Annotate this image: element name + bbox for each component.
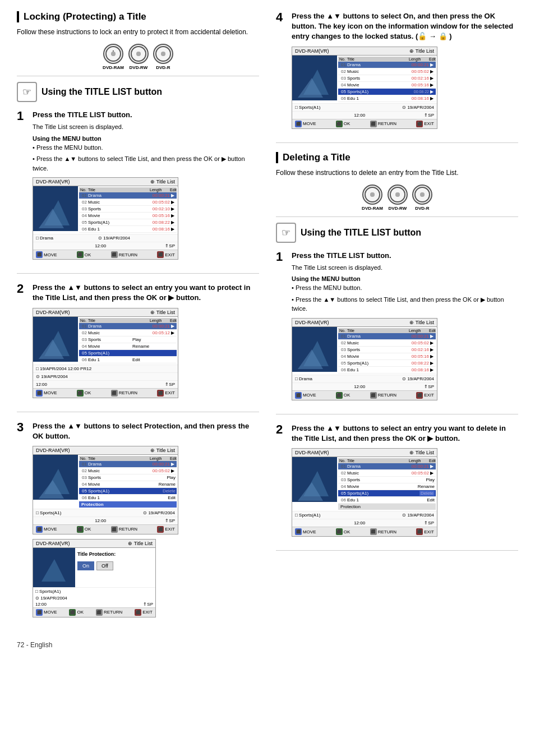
dvd-screen-body-s1l: No. Title Length Edit 01 Drama 00:00:21 … (33, 186, 178, 234)
dvd-screen-body-s4l: No. Title Length Edit 01 Drama 00:00:21 … (292, 56, 437, 103)
prot-on-btn[interactable]: On (77, 561, 94, 570)
dvd-row-3-s1l: 03 Sports 00:02:10 ▶ (79, 206, 177, 213)
svg-point-6 (161, 52, 165, 56)
dvd-row-3-s4l: 03 Sports 00:02:16 ▶ (338, 75, 436, 82)
svg-point-4 (136, 52, 141, 56)
dvd-row-3-s1d: 03 Sports 00:02:16 ▶ (338, 347, 436, 353)
dvd-footer3-s2l: 12:00 ⇑SP (33, 380, 178, 388)
step3-title-locking: Press the ▲▼ buttons to select Protectio… (33, 421, 259, 441)
step4-number-locking: 4 (276, 11, 287, 133)
dvdrw-label: DVD-RW (130, 65, 148, 70)
dvd-footer2-s1d: 12:00⇑SP (292, 382, 437, 390)
dvd-row-5-s2l: 05 Sports(A1) (79, 350, 177, 357)
disc-icons-deleting: DVD-RAM DVD-RW DVD-R (276, 185, 518, 211)
svg-point-3 (131, 47, 146, 61)
dvd-footer2-s2l: ⊙ 19/APR/2004 (33, 372, 178, 380)
deleting-title: Deleting a Title (283, 152, 350, 163)
dvd-controls-s1l: ⬛ MOVE ⬛ OK ⬛ RETURN ⬛ EXIT (33, 250, 178, 259)
dvd-row-6-s2l: 06 Edu 1 Edit (79, 357, 177, 363)
disc-icons-locking: ● DVD-RAM DVD-RW (17, 44, 259, 70)
dvd-row-6-s3l: 06Edu 1 Edit (79, 495, 177, 501)
sep-right-3 (276, 550, 518, 551)
step1-deleting: 1 Press the TITLE LIST button. The Title… (276, 251, 518, 405)
dvd-thumb-s1l (33, 186, 78, 231)
dvd-screen-header-s2l: DVD-RAM(VR) ⊕ Title List (33, 308, 178, 317)
dvd-row-6-s1l: 06 Edu 1 00:08:16 ▶ (79, 226, 177, 233)
dvd-row-2-s1d: 02 Music 00:05:02 ▶ (338, 340, 436, 347)
dvd-row-1-s2l: 01 Drama 00:00:21 ▶ (79, 323, 177, 330)
dvd-row-1-s3l: 01 Drama 00:00:21 ▶ (79, 461, 177, 468)
svg-point-1 (111, 52, 116, 56)
step3-number-locking: 3 (17, 421, 28, 622)
dvdrw-icon-locking: DVD-RW (128, 44, 149, 70)
using-title-label-locking: Using the TITLE LIST button (41, 87, 162, 97)
dvd-screen-header-s4l: DVD-RAM(VR) ⊕ Title List (292, 47, 437, 56)
svg-point-0 (106, 47, 121, 61)
step1-title-deleting: Press the TITLE LIST button. (292, 251, 518, 261)
step2-locking: 2 Press the ▲▼ buttons to select an entr… (17, 283, 259, 402)
sep-2 (17, 412, 259, 412)
dvd-row-2-s2l: 02 Music 00:05:12 ▶ (79, 330, 177, 336)
dvd-footer2-s1l: 12:00 ⇑SP (33, 242, 178, 250)
step1-sub-deleting: The Title List screen is displayed. (292, 263, 518, 273)
dvd-row-5-s4l: 05 Sports(A1) 00:08:22 ▶ (338, 89, 436, 95)
menu-note-title-locking: Using the MENU button (33, 135, 259, 142)
dvd-date-s1l: ⊙ 19/APR/2004 (98, 236, 130, 241)
locking-section-header: Locking (Protecting) a Title (17, 11, 259, 22)
step4-title-locking: Press the ▲▼ buttons to select On, and t… (292, 11, 518, 42)
locking-title: Locking (Protecting) a Title (24, 11, 146, 22)
page-number: 72 - English (17, 641, 52, 649)
dvdrw-circle (128, 44, 149, 64)
dvdrw-icon-deleting: DVD-RW (388, 185, 408, 211)
step1-title-locking: Press the TITLE LIST button. (33, 110, 259, 120)
dvd-footer2-s4l: 12:00⇑SP (292, 111, 437, 119)
using-title-label-deleting: Using the TITLE LIST button (301, 228, 421, 238)
hand-icon-deleting: ☞ (276, 223, 296, 243)
step3-content-locking: Press the ▲▼ buttons to select Protectio… (33, 421, 259, 622)
dvd-titlelist-label: ⊕ Title List (150, 179, 175, 185)
dvd-screen-step3b-locking: DVD-RAM(VR) ⊕ Title List Title Protectio… (33, 539, 156, 617)
dvd-row-5-s1l: 05 Sports(A1) 00:08:22 ▶ (79, 219, 177, 226)
dvd-row-4-s2l: 04 Movie Rename (79, 343, 177, 350)
dvd-row-2-s2d: 02 Music 00:05:02 ▶ (338, 470, 436, 477)
dvd-controls-s3l: ⬛ MOVE ⬛ OK ⬛ RETURN ⬛ EXIT (33, 524, 178, 534)
dvd-screen-step1-deleting: DVD-RAM(VR) ⊕ Title List (292, 318, 437, 400)
dvd-row-4-s3l: 04Movie Rename (79, 481, 177, 488)
dvd-row-3-s2d: 03Sports Play (338, 477, 436, 483)
dvd-info-panel-s2l: No. Title Length Edit 01 Drama 00:00:21 … (78, 317, 178, 365)
svg-text:●: ● (113, 49, 114, 52)
menu-note1-deleting: • Press the MENU button. (292, 283, 518, 293)
dvd-row-2-s1l: 02 Music 00:05:02 ▶ (79, 199, 177, 206)
dvdram-circle: ● (103, 44, 123, 64)
step2-number-locking: 2 (17, 283, 28, 402)
dvd-screen-header-s1l: DVD-RAM(VR) ⊕ Title List (33, 178, 178, 186)
dvd-footer-s3l: □ Sports(A1) ⊙ 19/APR/2004 (33, 509, 178, 517)
dvd-footer-s1d: □ Drama ⊙ 19/APR/2004 (292, 375, 437, 382)
dvdram-label: DVD-RAM (103, 65, 124, 70)
dvd-thumb-s4l (292, 56, 337, 100)
menu-note2-locking: • Press the ▲▼ buttons to select Title L… (33, 154, 259, 173)
deleting-desc: Follow these instructions to delete an e… (276, 168, 518, 178)
sep-right-2 (276, 414, 518, 414)
menu-note2-deleting: • Press the ▲▼ buttons to select Title L… (292, 295, 518, 314)
dvd-row-2-s3l: 02 Music 00:05:02 ▶ (79, 468, 177, 474)
dvd-controls-s2l: ⬛ MOVE ⬛ OK ⬛ RETURN ⬛ EXIT (33, 388, 178, 398)
dvd-footer-s2d: □ Sports(A1) ⊙ 19/APR/2004 (292, 511, 437, 519)
dvd-screen-body-s2l: No. Title Length Edit 01 Drama 00:00:21 … (33, 317, 178, 365)
using-title-section-locking: ☞ Using the TITLE LIST button (17, 76, 259, 102)
dvd-thumb-s2l (33, 317, 78, 362)
prot-dialog-label: Title Protection: (77, 551, 153, 557)
step1-content-deleting: Press the TITLE LIST button. The Title L… (292, 251, 518, 405)
dvd-screen-header-s2d: DVD-RAM(VR) ⊕ Title List (292, 449, 437, 457)
dvd-screen-header-s3l: DVD-RAM(VR) ⊕ Title List (33, 446, 178, 455)
step1-number-deleting: 1 (276, 251, 287, 405)
dvd-vr-label: DVD-RAM(VR) (36, 179, 70, 185)
dvd-screen-step4-locking: DVD-RAM(VR) ⊕ Title List (292, 47, 437, 129)
svg-point-22 (370, 192, 375, 197)
dvd-footer-s1l: □ Drama ⊙ 19/APR/2004 (33, 234, 178, 242)
step1-content-locking: Press the TITLE LIST button. The Title L… (33, 110, 259, 264)
step2-title-deleting: Press the ▲▼ buttons to select an entry … (292, 423, 518, 444)
svg-point-26 (420, 192, 425, 197)
prot-off-btn[interactable]: Off (96, 561, 113, 570)
dvd-screen-step2-deleting: DVD-RAM(VR) ⊕ Title List (292, 448, 437, 537)
